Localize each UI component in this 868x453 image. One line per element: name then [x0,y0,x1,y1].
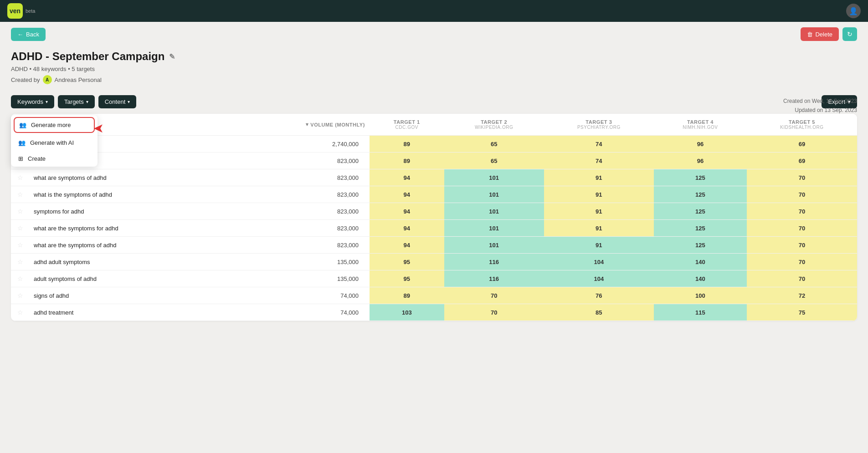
keyword-cell: symptoms for adhd [29,203,226,220]
score-cell-t1: 89 [370,153,444,169]
logo-text: ven [10,7,21,15]
star-icon[interactable]: ☆ [17,191,23,198]
sub-nav: ← Back 🗑 Delete ↻ [0,22,868,46]
score-cell-t1: 94 [370,220,444,237]
content-chevron-icon: ▾ [128,99,130,104]
th-volume: ▾ VOLUME (MONTHLY) [226,114,370,136]
target1-label: TARGET 1 [394,119,420,125]
toolbar: Keywords ▾ 👥 Generate more 👥 Generate wi… [0,92,868,108]
create-item[interactable]: ⊞ Create [11,151,98,167]
sort-icon: ▾ [306,122,309,127]
target3-domain: PSYCHIATRY.ORG [549,125,649,130]
star-icon[interactable]: ☆ [17,292,23,299]
star-cell[interactable]: ☆ [11,220,29,237]
back-button[interactable]: ← Back [11,28,46,41]
back-label: Back [26,31,39,38]
delete-label: Delete [815,31,832,38]
score-cell-t4: 125 [654,169,747,186]
star-icon[interactable]: ☆ [17,309,23,316]
star-icon[interactable]: ☆ [17,241,23,249]
th-target-1: TARGET 1 CDC.GOV [370,114,444,136]
score-cell-t5: 69 [747,136,857,153]
score-cell-t1: 94 [370,237,444,254]
score-cell-t2: 101 [444,203,544,220]
table-row: ☆signs of adhd74,00089707610072 [11,287,857,304]
score-cell-t4: 125 [654,220,747,237]
table-row: ☆symptons of adhd823,0008965749669 [11,153,857,169]
star-cell[interactable]: ☆ [11,287,29,304]
updated-date: Updated on 13 Sep. 2023 [783,106,857,115]
target2-label: TARGET 2 [481,119,507,125]
table-row: ☆2,740,0008965749669 [11,136,857,153]
score-cell-t3: 91 [544,186,654,203]
star-cell[interactable]: ☆ [11,254,29,270]
score-cell-t4: 125 [654,237,747,254]
target3-label: TARGET 3 [586,119,612,125]
keyword-cell: signs of adhd [29,287,226,304]
create-label: Create [28,155,46,162]
keywords-chevron-icon: ▾ [46,99,48,104]
keywords-dropdown-menu: 👥 Generate more 👥 Generate with AI ⊞ Cre… [11,115,98,167]
star-icon[interactable]: ☆ [17,258,23,265]
table-row: ☆what are the symptoms of adhd823,000941… [11,237,857,254]
target5-domain: KIDSHEALTH.ORG [751,125,853,130]
created-date: Created on Wed, 13 Sep 2023 [783,97,857,106]
generate-more-icon: 👥 [19,122,26,128]
table-row: ☆adhd treatment74,000103708511575 [11,304,857,321]
keywords-button[interactable]: Keywords ▾ [11,95,54,108]
campaign-meta: ADHD • 48 keywords • 5 targets [11,66,857,72]
generate-ai-item[interactable]: 👥 Generate with AI [11,135,98,151]
th-target-4: TARGET 4 NIMH.NIH.GOV [654,114,747,136]
star-cell[interactable]: ☆ [11,169,29,186]
star-cell[interactable]: ☆ [11,270,29,287]
star-icon[interactable]: ☆ [17,208,23,215]
target4-domain: NIMH.NIH.GOV [658,125,742,130]
volume-cell: 74,000 [226,287,370,304]
star-icon[interactable]: ☆ [17,224,23,232]
generate-more-label: Generate more [31,122,71,128]
score-cell-t3: 74 [544,153,654,169]
score-cell-t1: 95 [370,270,444,287]
score-cell-t4: 115 [654,304,747,321]
user-avatar[interactable]: 👤 [846,4,861,18]
star-icon[interactable]: ☆ [17,174,23,181]
volume-cell: 823,000 [226,186,370,203]
red-arrow-icon: ➤ [93,121,104,136]
targets-button[interactable]: Targets ▾ [58,95,95,108]
delete-button[interactable]: 🗑 Delete [801,27,839,41]
volume-cell: 74,000 [226,304,370,321]
star-icon[interactable]: ☆ [17,275,23,282]
score-cell-t5: 70 [747,254,857,270]
score-cell-t4: 96 [654,153,747,169]
table-row: ☆what is the symptoms of adhd823,0009410… [11,186,857,203]
score-cell-t5: 70 [747,186,857,203]
generate-ai-icon: 👥 [18,139,26,146]
score-cell-t2: 116 [444,254,544,270]
star-cell[interactable]: ☆ [11,203,29,220]
action-buttons: 🗑 Delete ↻ [801,27,857,41]
targets-chevron-icon: ▾ [86,99,88,104]
volume-cell: 823,000 [226,153,370,169]
score-cell-t3: 104 [544,270,654,287]
star-cell[interactable]: ☆ [11,237,29,254]
score-cell-t2: 116 [444,270,544,287]
score-cell-t2: 70 [444,304,544,321]
table-header-row: KEYWORD ▾ VOLUME (MONTHLY) TARGET 1 CDC.… [11,114,857,136]
score-cell-t3: 85 [544,304,654,321]
generate-more-item[interactable]: 👥 Generate more [14,117,95,133]
keyword-cell: adhd adult symptoms [29,254,226,270]
score-cell-t1: 94 [370,186,444,203]
score-cell-t4: 125 [654,203,747,220]
score-cell-t4: 96 [654,136,747,153]
keywords-label: Keywords [17,98,43,105]
edit-icon[interactable]: ✎ [169,52,175,61]
star-cell[interactable]: ☆ [11,304,29,321]
score-cell-t5: 72 [747,287,857,304]
star-cell[interactable]: ☆ [11,186,29,203]
refresh-button[interactable]: ↻ [842,27,857,41]
score-cell-t4: 140 [654,254,747,270]
beta-label: beta [26,8,35,14]
table-row: ☆adult symptoms of adhd135,0009511610414… [11,270,857,287]
volume-cell: 135,000 [226,270,370,287]
content-button[interactable]: Content ▾ [98,95,137,108]
